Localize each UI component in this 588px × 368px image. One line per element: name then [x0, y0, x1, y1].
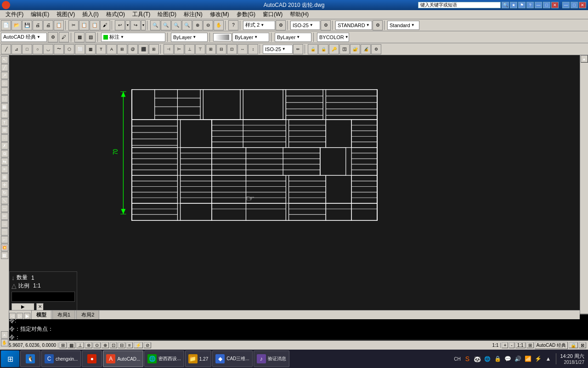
- workspace-status[interactable]: AutoCAD 经典: [535, 342, 568, 349]
- canvas-area[interactable]: 70: [9, 55, 580, 313]
- lp-arc[interactable]: ◡: [1, 87, 8, 95]
- tb-m7[interactable]: ⊡: [227, 44, 237, 54]
- ortho-btn[interactable]: ⊥: [76, 342, 84, 348]
- tb-pan[interactable]: ✋: [214, 20, 224, 30]
- bycolor-dropdown[interactable]: BYCOLOR ▼: [317, 33, 349, 42]
- tb-zoom3[interactable]: 🔍: [171, 20, 181, 30]
- lp-line[interactable]: ╱: [1, 64, 8, 71]
- tb-m3[interactable]: ⊥: [185, 44, 195, 54]
- tb-lock6[interactable]: 🔏: [361, 44, 371, 54]
- tb-ws-btn2[interactable]: 🖊: [59, 32, 69, 42]
- task-browser[interactable]: 🌐 密西西设...: [144, 351, 184, 367]
- tb-style-btn[interactable]: ⚙: [276, 20, 286, 30]
- lp-mirror[interactable]: ⇆: [1, 158, 8, 165]
- tb-cut[interactable]: ✂: [68, 20, 79, 30]
- tb-redo[interactable]: ↪: [130, 20, 141, 30]
- tab-next[interactable]: ▷: [17, 313, 23, 319]
- zoom-out-btn[interactable]: -: [509, 342, 514, 348]
- snap-btn[interactable]: ⊞: [59, 342, 67, 348]
- qp-btn[interactable]: ⚡: [134, 342, 143, 348]
- tab-layout2[interactable]: 布局2: [76, 310, 99, 319]
- tb-lock5[interactable]: 🔐: [350, 44, 360, 54]
- tb-ws-btn[interactable]: ⚙: [48, 32, 58, 42]
- tb-insert[interactable]: ⊞: [117, 44, 127, 54]
- restore-outer[interactable]: □: [543, 2, 550, 8]
- tb-iso-btn[interactable]: ⚙: [321, 20, 331, 30]
- tb-attdef[interactable]: @: [128, 44, 138, 54]
- standard2-dropdown[interactable]: Standard ▼: [387, 21, 419, 30]
- flag-btn[interactable]: ⚑: [518, 2, 526, 8]
- tray-s[interactable]: S: [463, 355, 471, 363]
- lp-select[interactable]: ↖: [1, 56, 8, 63]
- tray-net[interactable]: 📶: [524, 355, 532, 363]
- lp-point[interactable]: ·: [1, 134, 8, 142]
- vp-scale[interactable]: ⊞: [526, 342, 534, 348]
- tb-m9[interactable]: ↕: [248, 44, 258, 54]
- menu-params[interactable]: 参数(G): [233, 10, 259, 19]
- tb-lock2[interactable]: 🔒: [318, 44, 328, 54]
- task-autocad[interactable]: A AutoCAD...: [103, 351, 143, 367]
- lw-btn[interactable]: ≡: [126, 342, 133, 348]
- workspace-dropdown[interactable]: AutoCAD 经典 ▼: [1, 33, 47, 42]
- tb-m5[interactable]: ⊞: [206, 44, 216, 54]
- tb-arc[interactable]: ◡: [43, 44, 53, 54]
- tb-std-btn[interactable]: ⚙: [373, 20, 383, 30]
- menu-format[interactable]: 格式(O): [102, 10, 129, 19]
- tb-layer2[interactable]: ▧: [85, 32, 96, 42]
- toolbar-lock[interactable]: 🔒: [569, 342, 578, 348]
- lp-circle[interactable]: ○: [1, 80, 8, 87]
- vertical-scrollbar[interactable]: ▲ ▼: [580, 55, 588, 351]
- lp-fillet[interactable]: ⌐: [1, 236, 8, 243]
- help-btn[interactable]: ?: [526, 2, 534, 8]
- tb-m2[interactable]: ⊢: [174, 44, 184, 54]
- lp-pan2[interactable]: ✋: [1, 339, 8, 346]
- tb-spline[interactable]: 〜: [54, 44, 64, 54]
- tb-iso25-edit[interactable]: ✏: [293, 44, 303, 54]
- lp-insert[interactable]: ⊞: [1, 126, 8, 134]
- menu-help[interactable]: 帮助(H): [286, 10, 312, 19]
- lp-rotate[interactable]: ↻: [1, 189, 8, 196]
- bylayer3-dropdown[interactable]: ByLayer ▼: [275, 33, 311, 42]
- tb-region[interactable]: ⬜: [75, 44, 85, 54]
- task-red[interactable]: ●: [82, 351, 102, 367]
- close-inner[interactable]: ✕: [579, 2, 586, 8]
- iso25-dropdown[interactable]: ISO-25 ▼: [263, 45, 293, 54]
- tb-paste[interactable]: 📋: [90, 20, 100, 30]
- tb-lock3[interactable]: 🔑: [329, 44, 339, 54]
- lp-text[interactable]: T: [1, 119, 8, 126]
- lp-zoom[interactable]: A: [1, 331, 8, 339]
- tb-lock4[interactable]: ⚿: [339, 44, 350, 54]
- menu-insert[interactable]: 插入(I): [79, 10, 102, 19]
- tab-layout1[interactable]: 布局1: [52, 310, 75, 319]
- tb-m8[interactable]: ↔: [237, 44, 248, 54]
- tb-zoom6[interactable]: ⊖: [203, 20, 213, 30]
- lp-stretch[interactable]: ↔: [1, 205, 8, 212]
- star-btn[interactable]: ★: [510, 2, 517, 8]
- lp-move[interactable]: ✛: [1, 181, 8, 189]
- restore-inner[interactable]: □: [571, 2, 578, 8]
- standard-dropdown[interactable]: STANDARD ▼: [335, 21, 372, 30]
- props-ok-btn[interactable]: ▶: [11, 303, 34, 310]
- lp-copy[interactable]: ⧉: [1, 150, 8, 157]
- clean-screen[interactable]: ⊠: [579, 342, 586, 348]
- minimize-inner[interactable]: —: [562, 2, 570, 8]
- tb-hatch[interactable]: ▦: [85, 44, 96, 54]
- menu-tools[interactable]: 工具(T): [129, 10, 154, 19]
- lp-extend[interactable]: →: [1, 220, 8, 228]
- clock-display[interactable]: 14:20 周六 2018/1/27: [560, 353, 584, 365]
- tray-msg[interactable]: 💬: [503, 355, 512, 363]
- start-button[interactable]: ⊞: [1, 351, 19, 367]
- grid-btn[interactable]: ▦: [68, 342, 75, 348]
- osnap-btn[interactable]: ⊙: [93, 342, 101, 348]
- tab-first[interactable]: ◁: [9, 313, 16, 319]
- search-btn[interactable]: 🔍: [502, 2, 509, 8]
- menu-draw[interactable]: 绘图(D): [154, 10, 180, 19]
- task-chengxin[interactable]: C chengxin...: [41, 351, 81, 367]
- tray-icons-more[interactable]: ▲: [544, 355, 552, 363]
- tray-speaker[interactable]: 🔊: [514, 355, 522, 363]
- lp-erase[interactable]: ✗: [1, 142, 8, 150]
- tab-last[interactable]: ▶: [24, 313, 30, 319]
- tb-table[interactable]: ⊞: [149, 44, 159, 54]
- tb-save[interactable]: 💾: [22, 20, 32, 30]
- tb-rect[interactable]: □: [22, 44, 32, 54]
